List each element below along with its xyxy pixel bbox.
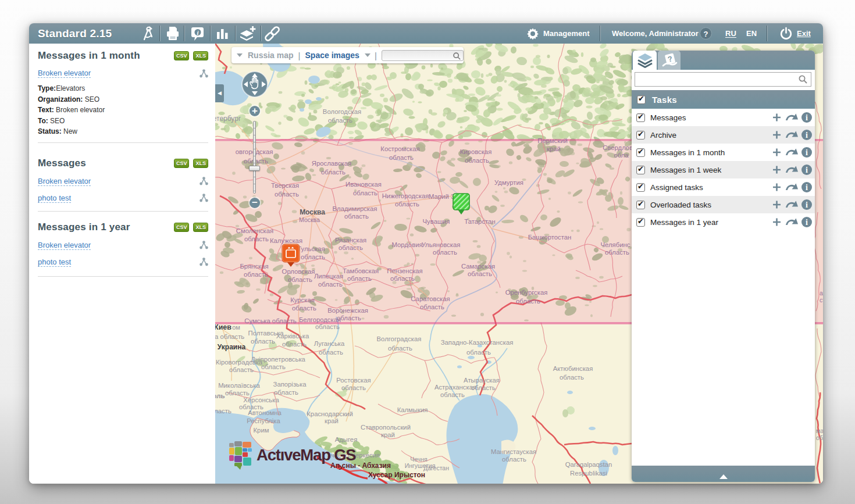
svg-text:Автономна: Автономна xyxy=(248,409,282,416)
svg-text:Миколаївська: Миколаївська xyxy=(218,382,260,389)
svg-text:Республіка: Республіка xyxy=(247,417,280,424)
svg-text:i: i xyxy=(806,113,808,122)
svg-text:Крим: Крим xyxy=(254,427,269,434)
svg-text:Самарская: Самарская xyxy=(461,263,495,270)
svg-text:область: область xyxy=(244,158,268,165)
svg-text:обла: обла xyxy=(614,152,629,159)
svg-text:область: область xyxy=(315,323,340,330)
svg-text:Башкортостан: Башкортостан xyxy=(528,234,572,241)
svg-text:Ульяновская: Ульяновская xyxy=(422,241,461,248)
svg-text:область: область xyxy=(339,244,363,251)
svg-text:i: i xyxy=(806,148,808,157)
svg-text:сть: сть xyxy=(820,296,823,303)
svg-text:область: область xyxy=(328,117,352,124)
svg-text:Липецкая: Липецкая xyxy=(314,273,343,280)
svg-text:Марий Э: Марий Э xyxy=(429,193,455,200)
svg-text:i: i xyxy=(806,218,808,227)
svg-text:Ставропольский: Ставропольский xyxy=(361,424,411,431)
svg-text:мат: мат xyxy=(816,427,823,434)
svg-text:область: область xyxy=(319,349,343,356)
svg-text:Мангистауская: Мангистауская xyxy=(491,448,536,455)
svg-text:Херсонська: Херсонська xyxy=(243,396,279,403)
svg-text:область: область xyxy=(344,213,369,220)
svg-text:Вологодская: Вологодская xyxy=(323,108,361,115)
svg-text:область: область xyxy=(466,349,491,356)
svg-text:область: область xyxy=(292,305,316,312)
svg-text:Москва: Москва xyxy=(299,216,320,223)
svg-text:область: область xyxy=(321,169,345,176)
svg-text:ка область: ка область xyxy=(215,333,244,340)
svg-text:Белгородская: Белгородская xyxy=(299,316,341,323)
svg-text:область: область xyxy=(229,366,254,373)
svg-text:Тверская: Тверская xyxy=(271,182,299,189)
svg-text:Атырауская: Атырауская xyxy=(464,377,500,384)
svg-text:Запорізька: Запорізька xyxy=(273,381,307,388)
svg-text:область: область xyxy=(244,235,269,242)
svg-text:бласть: бласть xyxy=(215,408,231,414)
svg-text:Хуссар Ирыстон: Хуссар Ирыстон xyxy=(368,471,425,479)
svg-text:Костромская: Костромская xyxy=(380,145,419,152)
svg-text:етербург: етербург xyxy=(215,115,241,123)
svg-text:Ярославская: Ярославская xyxy=(312,160,351,167)
svg-text:Тамбовская: Тамбовская xyxy=(343,267,379,274)
svg-text:Актюбинская: Актюбинская xyxy=(553,365,593,372)
svg-text:Татарстан: Татарстан xyxy=(464,218,495,225)
svg-text:обл: обл xyxy=(816,434,823,441)
svg-text:область: область xyxy=(389,154,414,161)
svg-text:край: край xyxy=(325,417,339,424)
svg-text:область: область xyxy=(274,389,298,396)
svg-text:Саратовская: Саратовская xyxy=(411,295,450,302)
svg-text:область: область xyxy=(420,303,444,310)
svg-text:область: область xyxy=(288,276,312,283)
svg-text:область: область xyxy=(465,157,489,164)
svg-text:Пензенская: Пензенская xyxy=(387,267,422,274)
svg-text:Краснодарский: Краснодарский xyxy=(307,410,352,417)
svg-text:Тульская: Тульская xyxy=(297,245,325,252)
svg-text:Qaraqalpaqstan: Qaraqalpaqstan xyxy=(565,461,612,468)
svg-text:Дагестан: Дагестан xyxy=(423,464,449,471)
svg-text:Калмыкия: Калмыкия xyxy=(397,406,428,413)
svg-text:область: область xyxy=(468,270,492,277)
svg-text:Respublikasi: Respublikasi xyxy=(570,470,607,477)
svg-text:область: область xyxy=(301,253,325,260)
svg-text:Челябинс: Челябинс xyxy=(601,241,630,248)
svg-text:Калужская: Калужская xyxy=(270,237,302,244)
svg-text:область: область xyxy=(318,281,343,288)
svg-text:Западно-Казахстанская: Западно-Казахстанская xyxy=(441,339,514,346)
svg-text:область: область xyxy=(388,345,412,352)
svg-text:Волгоградская: Волгоградская xyxy=(377,335,422,342)
svg-text:край: край xyxy=(547,145,561,152)
svg-text:Орловская: Орловская xyxy=(282,268,315,275)
svg-text:i: i xyxy=(806,131,808,140)
svg-text:Украина: Украина xyxy=(218,343,246,351)
svg-text:Оренбургская: Оренбургская xyxy=(505,289,548,296)
svg-text:Москва: Москва xyxy=(300,208,325,216)
svg-text:область: область xyxy=(347,275,372,282)
svg-text:Курская: Курская xyxy=(290,296,315,303)
svg-text:Смоленская: Смоленская xyxy=(236,227,273,234)
svg-text:край: край xyxy=(381,431,395,438)
svg-text:Удмуртия: Удмуртия xyxy=(494,179,523,186)
svg-text:область: область xyxy=(433,249,457,256)
svg-text:оль: оль xyxy=(215,392,225,399)
svg-text:Пермский: Пермский xyxy=(537,137,568,144)
svg-text:область: область xyxy=(225,389,250,396)
svg-text:Брянская: Брянская xyxy=(240,263,268,270)
svg-text:i: i xyxy=(806,201,808,209)
svg-text:Астраханская: Астраханская xyxy=(434,384,476,391)
svg-text:Рязанская: Рязанская xyxy=(335,237,366,244)
svg-text:область: область xyxy=(502,456,526,463)
svg-text:Нижегородская: Нижегородская xyxy=(382,192,429,199)
svg-text:область: область xyxy=(560,374,584,381)
svg-text:область: область xyxy=(341,384,366,391)
svg-text:Воронежская: Воронежская xyxy=(327,307,368,314)
svg-text:Ивановская: Ивановская xyxy=(345,181,382,188)
svg-text:область: область xyxy=(390,275,415,282)
svg-text:Харківська: Харківська xyxy=(276,333,309,339)
svg-text:Кировская: Кировская xyxy=(460,148,492,155)
svg-text:область: область xyxy=(275,191,299,198)
svg-text:Ростовская: Ростовская xyxy=(336,377,370,384)
svg-text:Киев: Киев xyxy=(215,323,231,331)
svg-text:Мордовия: Мордовия xyxy=(391,241,422,248)
svg-text:область: область xyxy=(282,341,307,348)
